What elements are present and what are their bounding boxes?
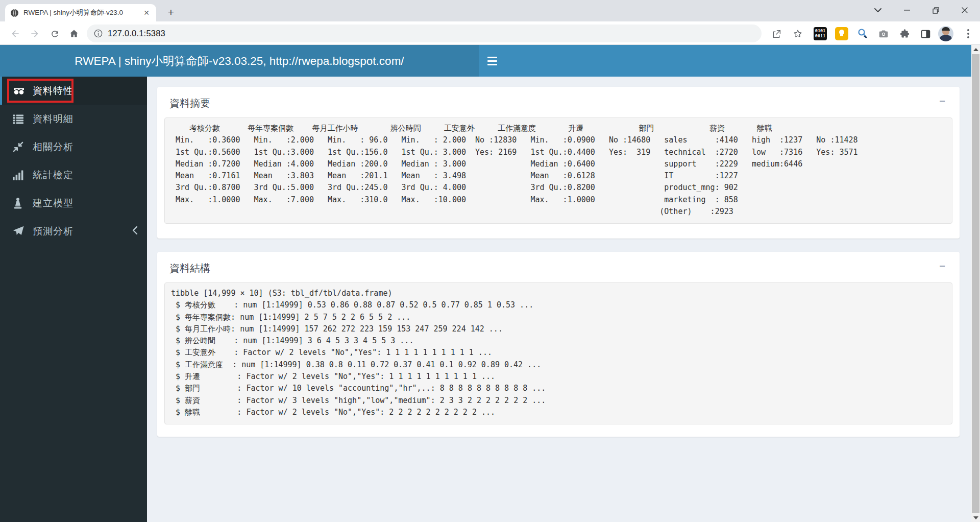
scrollbar-down-arrow-icon[interactable] (971, 513, 980, 522)
extension-keep-icon[interactable] (834, 26, 849, 41)
back-icon[interactable] (8, 27, 22, 41)
sidebar-item-prediction[interactable]: 預測分析 (0, 217, 147, 245)
summary-box-title: 資料摘要 (169, 97, 210, 110)
url-text: 127.0.0.1:5383 (108, 29, 165, 38)
summary-box: 資料摘要 − 考核分數 每年專案個數 每月工作小時 辨公時間 工安意外 工作滿意… (157, 87, 960, 239)
extension-camera-icon[interactable] (876, 26, 891, 41)
collapse-minus-icon[interactable]: − (937, 262, 947, 271)
sidebar-item-label: 資料特性 (33, 84, 74, 98)
home-icon[interactable] (67, 27, 81, 41)
window-close-button[interactable] (953, 2, 976, 18)
tab-favicon-globe-icon (10, 9, 19, 17)
sidebar-item-correlation[interactable]: 相關分析 (0, 133, 147, 161)
sidebar-item-label: 統計檢定 (33, 169, 74, 182)
paper-plane-icon (13, 226, 26, 237)
tab-close-icon[interactable]: ✕ (142, 8, 151, 17)
window-minimize-button[interactable] (896, 2, 918, 18)
structure-box: 資料結構 − tibble [14,999 × 10] (S3: tbl_df/… (157, 252, 960, 437)
app-title: RWEPA | shiny小明算命師-v23.03.25, http://rwe… (75, 53, 404, 69)
address-bar[interactable]: 127.0.0.1:5383 (87, 25, 762, 42)
page-scrollbar[interactable] (971, 45, 980, 522)
extensions-puzzle-icon[interactable] (897, 26, 912, 41)
main-content: 資料摘要 − 考核分數 每年專案個數 每月工作小時 辨公時間 工安意外 工作滿意… (147, 77, 971, 522)
extension-search-pen-icon[interactable] (855, 26, 870, 41)
app-navbar (479, 45, 971, 77)
profile-avatar[interactable] (938, 26, 953, 41)
chevron-left-icon (132, 226, 138, 237)
tab-search-chevron-icon[interactable] (867, 2, 889, 18)
sidebar-item-data-feature[interactable]: 資料特性 (0, 77, 147, 105)
bookmark-star-icon[interactable] (790, 26, 805, 41)
collapse-minus-icon[interactable]: − (937, 97, 947, 106)
sidebar-item-label: 建立模型 (33, 197, 74, 210)
window-restore-button[interactable] (924, 2, 947, 18)
app-logo-bar: RWEPA | shiny小明算命師-v23.03.25, http://rwe… (0, 45, 479, 77)
structure-box-title: 資料結構 (169, 262, 210, 275)
forward-icon[interactable] (28, 27, 42, 41)
sidebar-item-label: 預測分析 (33, 225, 74, 238)
structure-output: tibble [14,999 × 10] (S3: tbl_df/tbl/dat… (164, 282, 952, 424)
scrollbar-thumb[interactable] (972, 54, 979, 513)
compress-arrows-icon (13, 141, 26, 153)
side-panel-icon[interactable] (918, 26, 933, 41)
browser-tab-strip: RWEPA | shiny小明算命師-v23.0 ✕ + (0, 0, 980, 21)
glasses-icon (13, 85, 26, 97)
sidebar-menu: 資料特性 資料明細 (0, 77, 147, 522)
sidebar-item-data-detail[interactable]: 資料明細 (0, 105, 147, 133)
bar-chart-icon (13, 170, 26, 181)
sidebar-toggle-hamburger-icon[interactable] (479, 45, 505, 77)
summary-output: 考核分數 每年專案個數 每月工作小時 辨公時間 工安意外 工作滿意度 升遷 部門… (164, 117, 952, 224)
scrollbar-up-arrow-icon[interactable] (971, 45, 980, 54)
browser-menu-kebab-icon[interactable] (961, 26, 976, 41)
sidebar-item-label: 資料明細 (33, 112, 74, 126)
extension-binary-icon[interactable]: 01010011 (813, 26, 828, 41)
new-tab-button[interactable]: + (164, 6, 178, 19)
screen: RWEPA | shiny小明算命師-v23.0 ✕ + (0, 0, 980, 522)
chess-piece-icon (13, 198, 26, 209)
share-icon[interactable] (769, 26, 784, 41)
sidebar-item-statistics[interactable]: 統計檢定 (0, 161, 147, 189)
tab-title: RWEPA | shiny小明算命師-v23.0 (23, 8, 142, 17)
app-viewport: RWEPA | shiny小明算命師-v23.03.25, http://rwe… (0, 45, 971, 522)
sidebar-item-build-model[interactable]: 建立模型 (0, 189, 147, 217)
structure-box-header: 資料結構 − (157, 252, 960, 282)
list-icon (13, 113, 26, 125)
site-info-icon[interactable] (94, 29, 103, 38)
summary-box-header: 資料摘要 − (157, 87, 960, 117)
app-header: RWEPA | shiny小明算命師-v23.03.25, http://rwe… (0, 45, 971, 77)
reload-icon[interactable] (47, 27, 62, 41)
sidebar-item-label: 相關分析 (33, 140, 74, 154)
browser-tab[interactable]: RWEPA | shiny小明算命師-v23.0 ✕ (5, 4, 156, 21)
